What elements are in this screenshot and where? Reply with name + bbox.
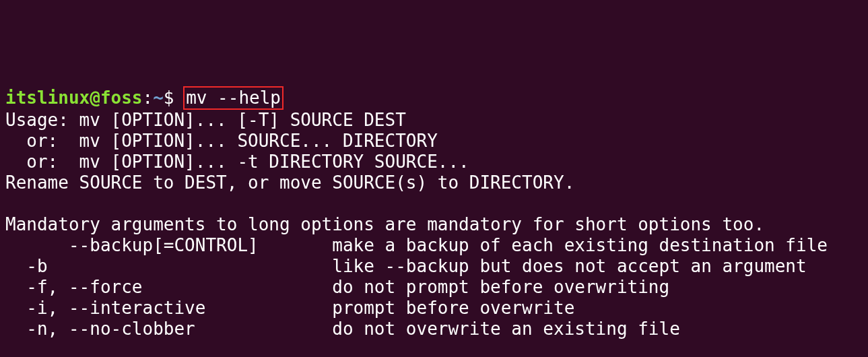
prompt-colon: : [143,88,154,108]
prompt-dollar: $ [164,88,185,108]
terminal-prompt: itslinux@foss:~$ [5,88,185,108]
command-input[interactable]: mv --help [183,86,283,110]
command-output: Usage: mv [OPTION]... [-T] SOURCE DEST o… [5,110,828,339]
prompt-user: itslinux@foss [5,88,143,108]
prompt-path: ~ [153,88,164,108]
